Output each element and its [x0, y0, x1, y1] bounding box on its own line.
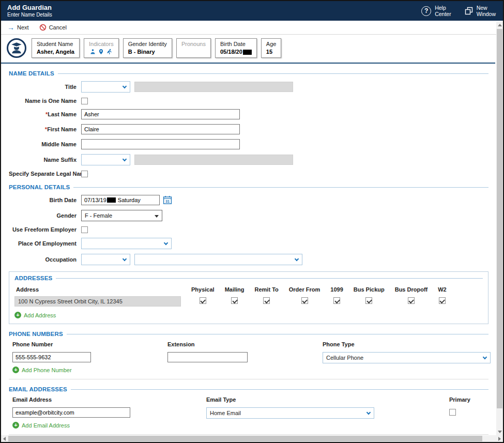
phone-type-dropdown[interactable]: Cellular Phone — [323, 352, 491, 363]
indicators-label: Indicators — [89, 41, 114, 47]
occupation-dropdown-1[interactable] — [81, 254, 130, 265]
new-window-button[interactable]: New Window — [465, 5, 496, 17]
student-name-box[interactable]: Student Name Asher, Angela — [32, 38, 80, 58]
age-label: Age — [266, 41, 277, 47]
section-divider — [9, 434, 488, 435]
middle-name-input[interactable] — [81, 139, 240, 149]
bus-dropoff-checkbox[interactable] — [408, 297, 415, 304]
legal-name-checkbox[interactable] — [81, 171, 88, 177]
horizontal-scroll-thumb[interactable] — [8, 436, 482, 441]
one-name-label: Name is One Name — [9, 98, 81, 104]
last-name-input[interactable] — [81, 109, 240, 119]
remit-to-checkbox[interactable] — [263, 297, 270, 304]
section-rule — [67, 334, 488, 334]
middle-name-row: Middle Name — [9, 139, 488, 149]
w2-column-header: W2 — [433, 285, 452, 294]
left-arrow-icon — [3, 437, 6, 441]
birth-date-box[interactable]: Birth Date 05/18/20 — [215, 38, 257, 58]
redaction-box — [243, 50, 252, 55]
occupation-dropdown-2[interactable] — [134, 254, 302, 265]
mailing-checkbox[interactable] — [231, 297, 238, 304]
w2-checkbox[interactable] — [439, 297, 446, 304]
person-indicator-icon — [90, 49, 96, 55]
scroll-down-button[interactable] — [496, 429, 503, 435]
ten99-checkbox[interactable] — [333, 297, 340, 304]
indicators-box[interactable]: Indicators — [84, 38, 119, 58]
email-type-column: Email Type Home Email — [206, 396, 449, 419]
section-rule — [71, 389, 488, 390]
first-name-label: *First Name — [9, 126, 81, 132]
extension-input[interactable] — [167, 352, 248, 362]
scroll-up-button[interactable] — [496, 22, 503, 28]
gender-identity-box[interactable]: Gender Identity B - Binary — [123, 38, 172, 58]
place-of-employment-dropdown[interactable] — [81, 238, 172, 249]
help-center-button[interactable]: ? Help Center — [421, 5, 451, 17]
birth-date-field-label: Birth Date — [9, 197, 81, 203]
cancel-label: Cancel — [49, 24, 67, 30]
horizontal-scrollbar[interactable] — [1, 435, 503, 442]
legal-name-label: Specify Separate Legal Name — [9, 171, 81, 177]
birth-date-input[interactable]: 07/13/19Saturday — [81, 195, 160, 205]
gender-select[interactable]: F - Female — [81, 210, 162, 221]
plus-icon: + — [12, 366, 19, 373]
email-address-header: Email Address — [12, 396, 206, 403]
name-suffix-readonly-field — [134, 155, 293, 165]
section-rule — [56, 278, 483, 279]
vertical-scroll-thumb[interactable] — [497, 29, 502, 408]
student-banner: Student Name Asher, Angela Indicators — [1, 35, 495, 64]
chevron-down-icon — [366, 410, 371, 415]
graduate-icon — [10, 41, 23, 55]
vertical-scrollbar[interactable] — [496, 22, 503, 435]
form-content: NAME DETAILS Title Name is One Name *Las… — [1, 70, 503, 435]
next-button[interactable]: → Next — [7, 24, 29, 31]
freeform-employer-checkbox[interactable] — [81, 226, 88, 233]
calendar-day-text: 31 — [165, 199, 170, 204]
add-email-address-button[interactable]: + Add Email Address — [12, 422, 70, 429]
chevron-down-icon — [164, 241, 168, 245]
freeform-employer-label: Use Freeform Employer — [9, 226, 81, 233]
primary-checkbox[interactable] — [449, 409, 456, 416]
title-dropdown[interactable] — [81, 81, 130, 93]
app-header: Add Guardian Enter Name Details ? Help C… — [1, 1, 503, 21]
add-phone-number-button[interactable]: + Add Phone Number — [12, 366, 72, 373]
name-suffix-row: Name Suffix — [9, 154, 488, 165]
address-readonly-field: 100 N Cypress Street Orbit City, IL 1234… — [14, 296, 181, 307]
one-name-checkbox[interactable] — [81, 98, 88, 104]
name-suffix-label: Name Suffix — [9, 157, 81, 163]
phone-number-input[interactable] — [12, 352, 91, 362]
freeform-employer-row: Use Freeform Employer — [9, 226, 488, 233]
physical-checkbox[interactable] — [200, 297, 206, 304]
chevron-down-icon — [483, 355, 487, 359]
scroll-right-button[interactable] — [496, 435, 503, 442]
activity-indicator-icon — [106, 49, 112, 55]
email-address-column: Email Address — [12, 396, 206, 419]
occupation-label: Occupation — [9, 256, 81, 263]
help-icon: ? — [421, 6, 431, 16]
scroll-left-button[interactable] — [1, 435, 8, 442]
phone-number-header: Phone Number — [12, 341, 167, 347]
addresses-section: ADDRESSES Address Physical Mailing Remit… — [9, 271, 488, 324]
section-rule — [73, 187, 488, 188]
student-name-value: Asher, Angela — [37, 49, 74, 55]
name-suffix-dropdown[interactable] — [81, 154, 130, 165]
order-from-checkbox[interactable] — [301, 297, 308, 304]
gender-row: Gender F - Female — [9, 210, 488, 221]
calendar-button[interactable]: 31 — [163, 195, 172, 205]
first-name-input[interactable] — [81, 124, 240, 134]
age-box[interactable]: Age 15 — [261, 38, 282, 58]
cancel-button[interactable]: Cancel — [39, 24, 67, 31]
place-of-employment-label: Place Of Employment — [9, 240, 81, 247]
redaction-box — [107, 197, 116, 203]
section-divider — [9, 379, 488, 379]
bus-pickup-checkbox[interactable] — [365, 297, 372, 304]
up-arrow-icon — [498, 24, 502, 26]
chevron-down-icon — [295, 257, 299, 261]
phone-number-column: Phone Number — [12, 341, 167, 363]
remit-to-column-header: Remit To — [250, 285, 284, 294]
add-address-button[interactable]: + Add Address — [14, 312, 56, 318]
email-address-input[interactable] — [12, 407, 130, 418]
gender-select-value: F - Female — [85, 212, 112, 219]
pronouns-box[interactable]: Pronouns — [176, 38, 211, 58]
email-type-dropdown[interactable]: Home Email — [206, 407, 374, 419]
middle-name-label: Middle Name — [9, 141, 81, 147]
